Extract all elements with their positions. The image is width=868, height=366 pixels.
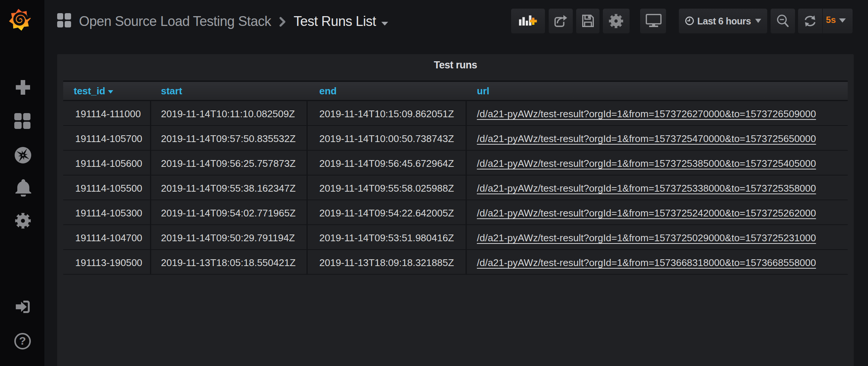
svg-text:?: ? bbox=[19, 334, 26, 347]
